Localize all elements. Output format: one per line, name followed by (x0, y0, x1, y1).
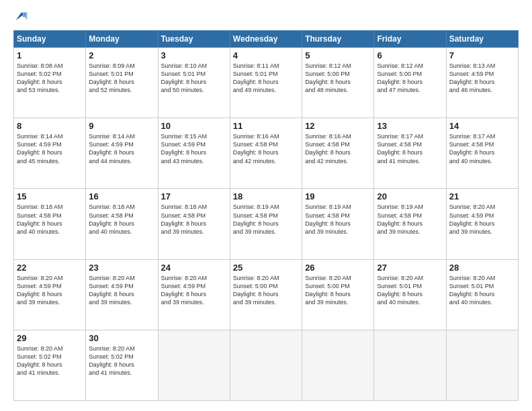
calendar-cell: 3Sunrise: 8:10 AM Sunset: 5:01 PM Daylig… (158, 48, 230, 118)
calendar-cell: 1Sunrise: 8:08 AM Sunset: 5:02 PM Daylig… (14, 48, 86, 118)
cell-info: Sunrise: 8:18 AM Sunset: 4:58 PM Dayligh… (89, 203, 154, 236)
header (13, 10, 519, 24)
day-number: 5 (305, 50, 371, 60)
day-number: 10 (161, 121, 227, 131)
cell-info: Sunrise: 8:14 AM Sunset: 4:59 PM Dayligh… (17, 132, 83, 165)
day-number: 9 (89, 121, 154, 131)
day-number: 12 (305, 121, 371, 131)
day-number: 30 (89, 333, 154, 343)
day-number: 11 (233, 121, 299, 131)
calendar-cell: 6Sunrise: 8:12 AM Sunset: 5:00 PM Daylig… (374, 48, 446, 118)
calendar-cell: 23Sunrise: 8:20 AM Sunset: 4:59 PM Dayli… (86, 259, 158, 330)
day-number: 1 (17, 50, 83, 60)
calendar-cell: 24Sunrise: 8:20 AM Sunset: 4:59 PM Dayli… (158, 259, 230, 330)
calendar-cell: 8Sunrise: 8:14 AM Sunset: 4:59 PM Daylig… (14, 118, 86, 189)
day-number: 14 (449, 121, 515, 131)
day-number: 3 (161, 50, 227, 60)
cell-info: Sunrise: 8:12 AM Sunset: 5:00 PM Dayligh… (377, 62, 443, 95)
calendar-cell: 13Sunrise: 8:17 AM Sunset: 4:58 PM Dayli… (374, 118, 446, 189)
calendar-cell: 21Sunrise: 8:20 AM Sunset: 4:59 PM Dayli… (446, 189, 518, 259)
cell-info: Sunrise: 8:08 AM Sunset: 5:02 PM Dayligh… (17, 62, 83, 95)
cell-info: Sunrise: 8:11 AM Sunset: 5:01 PM Dayligh… (233, 62, 299, 95)
cell-info: Sunrise: 8:14 AM Sunset: 4:59 PM Dayligh… (89, 132, 154, 165)
calendar-cell: 29Sunrise: 8:20 AM Sunset: 5:02 PM Dayli… (14, 330, 86, 400)
weekday-header-cell: Friday (374, 31, 446, 48)
calendar-cell: 2Sunrise: 8:09 AM Sunset: 5:01 PM Daylig… (86, 48, 158, 118)
day-number: 23 (89, 263, 154, 273)
calendar-cell: 25Sunrise: 8:20 AM Sunset: 5:00 PM Dayli… (230, 259, 302, 330)
day-number: 8 (17, 121, 83, 131)
day-number: 26 (305, 263, 371, 273)
logo-icon (15, 10, 28, 24)
calendar-week-row: 29Sunrise: 8:20 AM Sunset: 5:02 PM Dayli… (14, 330, 519, 400)
cell-info: Sunrise: 8:18 AM Sunset: 4:58 PM Dayligh… (17, 203, 83, 236)
calendar-cell: 17Sunrise: 8:18 AM Sunset: 4:58 PM Dayli… (158, 189, 230, 259)
calendar-table: SundayMondayTuesdayWednesdayThursdayFrid… (13, 30, 519, 401)
weekday-header-cell: Monday (86, 31, 158, 48)
cell-info: Sunrise: 8:20 AM Sunset: 4:59 PM Dayligh… (17, 274, 83, 307)
day-number: 22 (17, 263, 83, 273)
calendar-cell: 9Sunrise: 8:14 AM Sunset: 4:59 PM Daylig… (86, 118, 158, 189)
calendar-cell (158, 330, 230, 400)
day-number: 19 (305, 191, 371, 201)
day-number: 13 (377, 121, 443, 131)
day-number: 4 (233, 50, 299, 60)
calendar-week-row: 15Sunrise: 8:18 AM Sunset: 4:58 PM Dayli… (14, 189, 519, 259)
cell-info: Sunrise: 8:20 AM Sunset: 5:00 PM Dayligh… (305, 274, 371, 307)
day-number: 17 (161, 191, 227, 201)
cell-info: Sunrise: 8:20 AM Sunset: 5:01 PM Dayligh… (449, 274, 515, 307)
cell-info: Sunrise: 8:09 AM Sunset: 5:01 PM Dayligh… (89, 62, 154, 95)
cell-info: Sunrise: 8:16 AM Sunset: 4:58 PM Dayligh… (233, 132, 299, 165)
day-number: 2 (89, 50, 154, 60)
weekday-header-cell: Wednesday (230, 31, 302, 48)
day-number: 28 (449, 263, 515, 273)
cell-info: Sunrise: 8:20 AM Sunset: 4:59 PM Dayligh… (449, 203, 515, 236)
calendar-week-row: 1Sunrise: 8:08 AM Sunset: 5:02 PM Daylig… (14, 48, 519, 118)
cell-info: Sunrise: 8:17 AM Sunset: 4:58 PM Dayligh… (377, 132, 443, 165)
calendar-body: 1Sunrise: 8:08 AM Sunset: 5:02 PM Daylig… (14, 48, 519, 401)
day-number: 21 (449, 191, 515, 201)
calendar-cell: 10Sunrise: 8:15 AM Sunset: 4:59 PM Dayli… (158, 118, 230, 189)
calendar-cell: 4Sunrise: 8:11 AM Sunset: 5:01 PM Daylig… (230, 48, 302, 118)
calendar-cell: 27Sunrise: 8:20 AM Sunset: 5:01 PM Dayli… (374, 259, 446, 330)
cell-info: Sunrise: 8:19 AM Sunset: 4:58 PM Dayligh… (377, 203, 443, 236)
calendar-cell: 12Sunrise: 8:16 AM Sunset: 4:58 PM Dayli… (302, 118, 374, 189)
calendar-cell: 30Sunrise: 8:20 AM Sunset: 5:02 PM Dayli… (86, 330, 158, 400)
calendar-cell: 14Sunrise: 8:17 AM Sunset: 4:58 PM Dayli… (446, 118, 518, 189)
day-number: 15 (17, 191, 83, 201)
cell-info: Sunrise: 8:19 AM Sunset: 4:58 PM Dayligh… (233, 203, 299, 236)
day-number: 7 (449, 50, 515, 60)
page: SundayMondayTuesdayWednesdayThursdayFrid… (0, 0, 532, 411)
weekday-header-cell: Thursday (302, 31, 374, 48)
svg-marker-1 (21, 12, 27, 20)
calendar-cell: 19Sunrise: 8:19 AM Sunset: 4:58 PM Dayli… (302, 189, 374, 259)
calendar-cell: 22Sunrise: 8:20 AM Sunset: 4:59 PM Dayli… (14, 259, 86, 330)
calendar-cell: 11Sunrise: 8:16 AM Sunset: 4:58 PM Dayli… (230, 118, 302, 189)
cell-info: Sunrise: 8:16 AM Sunset: 4:58 PM Dayligh… (305, 132, 371, 165)
calendar-cell: 20Sunrise: 8:19 AM Sunset: 4:58 PM Dayli… (374, 189, 446, 259)
weekday-header-cell: Saturday (446, 31, 518, 48)
weekday-header-cell: Sunday (14, 31, 86, 48)
cell-info: Sunrise: 8:10 AM Sunset: 5:01 PM Dayligh… (161, 62, 227, 95)
day-number: 27 (377, 263, 443, 273)
cell-info: Sunrise: 8:20 AM Sunset: 5:01 PM Dayligh… (377, 274, 443, 307)
calendar-cell: 16Sunrise: 8:18 AM Sunset: 4:58 PM Dayli… (86, 189, 158, 259)
day-number: 24 (161, 263, 227, 273)
calendar-cell (446, 330, 518, 400)
weekday-header-cell: Tuesday (158, 31, 230, 48)
calendar-week-row: 22Sunrise: 8:20 AM Sunset: 4:59 PM Dayli… (14, 259, 519, 330)
calendar-cell (302, 330, 374, 400)
day-number: 25 (233, 263, 299, 273)
day-number: 6 (377, 50, 443, 60)
calendar-cell: 5Sunrise: 8:12 AM Sunset: 5:00 PM Daylig… (302, 48, 374, 118)
cell-info: Sunrise: 8:13 AM Sunset: 4:59 PM Dayligh… (449, 62, 515, 95)
calendar-cell: 18Sunrise: 8:19 AM Sunset: 4:58 PM Dayli… (230, 189, 302, 259)
cell-info: Sunrise: 8:15 AM Sunset: 4:59 PM Dayligh… (161, 132, 227, 165)
cell-info: Sunrise: 8:20 AM Sunset: 4:59 PM Dayligh… (89, 274, 154, 307)
day-number: 16 (89, 191, 154, 201)
calendar-cell: 7Sunrise: 8:13 AM Sunset: 4:59 PM Daylig… (446, 48, 518, 118)
cell-info: Sunrise: 8:20 AM Sunset: 4:59 PM Dayligh… (161, 274, 227, 307)
cell-info: Sunrise: 8:20 AM Sunset: 5:00 PM Dayligh… (233, 274, 299, 307)
weekday-header-row: SundayMondayTuesdayWednesdayThursdayFrid… (14, 31, 519, 48)
logo (13, 10, 28, 24)
